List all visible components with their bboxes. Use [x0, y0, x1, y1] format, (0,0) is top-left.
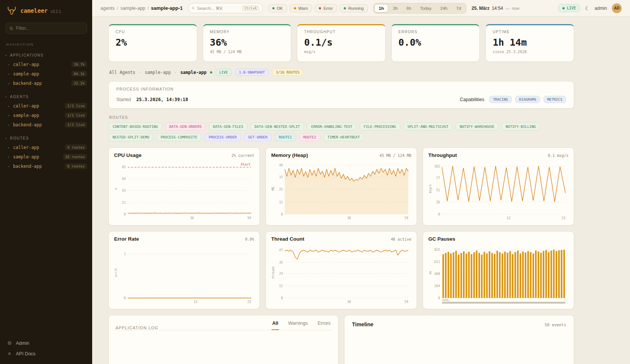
- section-header-applications[interactable]: •APPLICATIONS: [5, 53, 87, 57]
- sidebar-item-sample-app[interactable]: ▸sample-app16 routes: [0, 152, 92, 161]
- chart-card-errors: Error Rate0.0%011223err/h: [108, 231, 260, 309]
- stat-card-errors: ERRORS0.0%: [391, 24, 480, 62]
- status-filter-running[interactable]: Running: [340, 4, 368, 12]
- breadcrumb: agents/sample-app/sample-app-1: [100, 5, 183, 11]
- time-range-today[interactable]: Today: [416, 5, 436, 12]
- route-chip-process-composite[interactable]: PROCESS-COMPOSITE: [156, 133, 201, 141]
- sidebar-filter[interactable]: [5, 23, 87, 34]
- breadcrumb-agents[interactable]: agents: [100, 6, 115, 11]
- log-tab-all[interactable]: All: [272, 321, 279, 330]
- section-bullet-icon: •: [5, 54, 7, 57]
- svg-text:0: 0: [438, 212, 440, 216]
- status-filter-warn[interactable]: Warn: [290, 4, 312, 12]
- time-range-6h[interactable]: 6h: [402, 5, 415, 12]
- route-chip-notify-warehouse[interactable]: NOTIFY-WAREHOUSE: [456, 123, 499, 131]
- chart-card-memory: Memory (Heap)45 MB / 124 MB0122537493059…: [266, 147, 417, 226]
- chart-current-value: 0.0%: [245, 237, 254, 241]
- log-tab-warnings[interactable]: Warnings: [287, 321, 309, 330]
- agent-bar: All Agents·sample-app·sample-appLIVE1.0-…: [109, 69, 573, 76]
- item-count-badge: 10.7k: [71, 61, 87, 67]
- route-chip-route2[interactable]: ROUTE2: [299, 133, 320, 141]
- dark-mode-toggle[interactable]: ☾: [585, 5, 590, 11]
- sidebar-item-caller-app[interactable]: ▸caller-app10.7k: [0, 60, 92, 69]
- timeline-panel: Timeline 50 events: [344, 315, 574, 364]
- svg-text:0: 0: [281, 212, 283, 216]
- chevron-right-icon: ▸: [8, 72, 10, 76]
- date-label: 25. März: [472, 6, 489, 11]
- route-chip-route1[interactable]: ROUTE1: [275, 133, 296, 141]
- sidebar-item-backend-app[interactable]: ▸backend-app1/1 live: [0, 120, 92, 129]
- goat-logo-icon: [6, 6, 17, 16]
- svg-text:408: 408: [434, 272, 440, 276]
- live-toggle[interactable]: LIVE: [558, 4, 580, 12]
- avatar[interactable]: AD: [612, 3, 622, 13]
- item-count-badge: 4 routes: [65, 144, 87, 150]
- sidebar-item-backend-app[interactable]: ▸backend-app6 routes: [0, 161, 92, 171]
- sidebar-item-backend-app[interactable]: ▸backend-app32.2k: [0, 78, 92, 88]
- search-input[interactable]: [197, 6, 240, 11]
- route-chip-notify-billing[interactable]: NOTIFY-BILLING: [502, 123, 540, 131]
- application-log-panel: APPLICATION LOG AllWarningsErrors: [108, 315, 338, 364]
- log-tabs: AllWarningsErrors: [272, 321, 331, 330]
- sidebar-item-sample-app[interactable]: ▸sample-app1/1 live: [0, 111, 92, 120]
- crumb-dot-separator: ·: [139, 70, 141, 75]
- time-range-7d[interactable]: 7d: [452, 5, 465, 12]
- agent-crumb-0[interactable]: All Agents: [109, 70, 135, 75]
- svg-text:12: 12: [279, 284, 283, 288]
- stat-label: ERRORS: [398, 30, 473, 34]
- time-range-1h[interactable]: 1h: [374, 4, 388, 12]
- chevron-right-icon: ▸: [8, 164, 10, 168]
- content: CPU2%MEMORY36%45 MB / 124 MBTHROUGHPUT0.…: [92, 17, 630, 364]
- route-chip-timer-heartbeat[interactable]: TIMER-HEARTBEAT: [323, 133, 364, 141]
- breadcrumb-separator: /: [117, 6, 118, 11]
- section-header-agents[interactable]: •AGENTS: [5, 95, 87, 99]
- route-chip-file-processing[interactable]: FILE-PROCESSING: [360, 123, 400, 131]
- item-count-badge: 6 routes: [65, 163, 87, 169]
- status-filter-error[interactable]: Error: [315, 4, 337, 12]
- sidebar-section-agents: •AGENTS▸caller-app1/1 live▸sample-app1/1…: [0, 95, 92, 129]
- footer-item-api-docs[interactable]: ≡API Docs: [7, 351, 85, 356]
- agent-crumb-1[interactable]: sample-app: [145, 70, 171, 75]
- item-count-badge: 1/1 live: [65, 103, 87, 109]
- chevron-right-icon: ▸: [8, 63, 10, 66]
- agent-badge-live: LIVE: [216, 69, 232, 76]
- chart-title-throughput: Throughput: [428, 152, 457, 158]
- breadcrumb-sample-app-1: sample-app-1: [151, 5, 183, 11]
- svg-text:0: 0: [438, 296, 440, 300]
- capability-metrics: METRICS: [544, 96, 566, 103]
- route-chip-split-and-multicast[interactable]: SPLIT-AND-MULTICAST: [403, 123, 453, 131]
- footer-item-admin[interactable]: ⚙Admin: [7, 340, 85, 346]
- navigation-label: NAVIGATION: [6, 42, 86, 46]
- route-chip-data-gen-nested-split[interactable]: DATA-GEN-NESTED-SPLIT: [250, 123, 304, 131]
- svg-text:2020…: 2020…: [442, 299, 450, 302]
- route-chip-data-gen-orders[interactable]: DATA-GEN-ORDERS: [165, 123, 206, 131]
- section-header-routes[interactable]: •ROUTES: [5, 136, 87, 140]
- date-range-control[interactable]: 25. März 14:54 — now: [472, 6, 520, 11]
- app-root: cameleer v3.2.1 NAVIGATION •APPLICATIONS…: [0, 0, 630, 364]
- time-range-24h[interactable]: 24h: [436, 5, 452, 12]
- chart-current-value: 0.1 msg/s: [548, 154, 568, 158]
- chevron-right-icon: ▸: [8, 123, 10, 127]
- route-chip-get-order[interactable]: GET-ORDER: [244, 133, 272, 141]
- route-chip-data-gen-files[interactable]: DATA-GEN-FILES: [209, 123, 247, 131]
- sidebar-item-caller-app[interactable]: ▸caller-app4 routes: [0, 143, 92, 152]
- breadcrumb-separator: /: [147, 6, 148, 11]
- status-filter-ok[interactable]: OK: [268, 4, 287, 12]
- stat-sub: 45 MB / 124 MB: [210, 50, 284, 54]
- route-chip-content-based-routing[interactable]: CONTENT-BASED-ROUTING: [108, 123, 162, 131]
- route-chip-error-handling-test[interactable]: ERROR-HANDLING-TEST: [307, 123, 357, 131]
- svg-text:30: 30: [347, 300, 351, 304]
- log-tab-errors[interactable]: Errors: [317, 321, 331, 330]
- agent-badge-1.0-snapshot: 1.0-SNAPSHOT: [235, 69, 269, 76]
- sidebar-item-caller-app[interactable]: ▸caller-app1/1 live: [0, 101, 92, 111]
- sidebar-item-sample-app[interactable]: ▸sample-app84.1k: [0, 69, 92, 78]
- sidebar-sections: •APPLICATIONS▸caller-app10.7k▸sample-app…: [0, 46, 92, 336]
- topbar-right: LIVE ☾ admin AD: [558, 3, 622, 13]
- filter-input[interactable]: [16, 26, 83, 31]
- svg-text:51: 51: [436, 188, 440, 192]
- route-chip-process-order[interactable]: PROCESS-ORDER: [204, 133, 241, 141]
- time-range-3h[interactable]: 3h: [389, 5, 402, 12]
- breadcrumb-sample-app[interactable]: sample-app: [120, 6, 145, 11]
- route-chip-nested-split-demo[interactable]: NESTED-SPLIT-DEMO: [108, 133, 153, 141]
- search-box[interactable]: Ctrl+K: [188, 3, 263, 13]
